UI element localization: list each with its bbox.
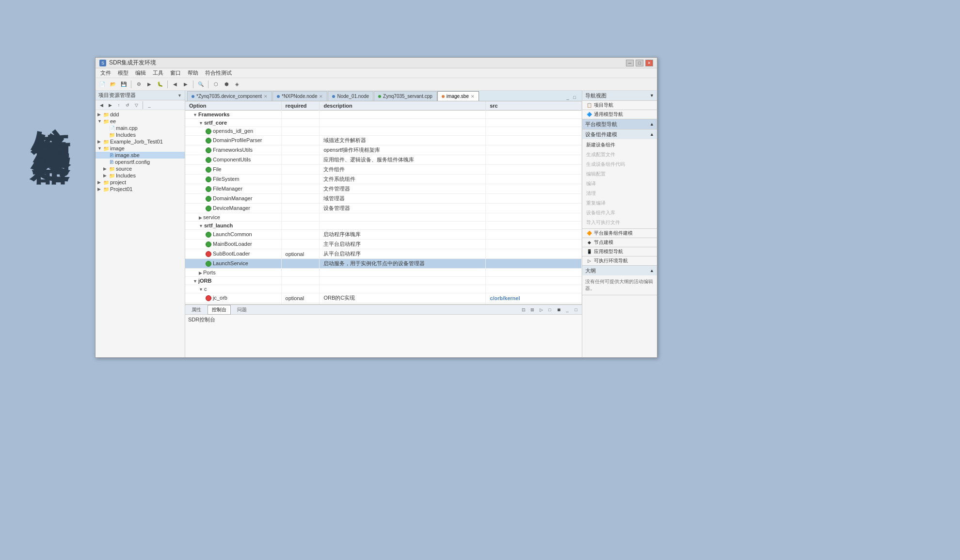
project-tb-fwd[interactable]: ▶	[106, 101, 114, 109]
tb-build[interactable]: ⚙	[134, 80, 144, 89]
platform-build-item[interactable]: 🔶 平台服务组件建模	[582, 229, 657, 238]
table-row[interactable]: DomainManager域管理器	[185, 194, 582, 204]
tb-search[interactable]: 🔍	[196, 80, 206, 89]
tb-extra1[interactable]: ⬡	[211, 80, 221, 89]
console-tb-2[interactable]: ⊞	[528, 306, 536, 314]
minimize-button[interactable]: ─	[626, 60, 634, 66]
tree-image-sbe[interactable]: 🖹 image.sbe	[96, 152, 185, 159]
tab-close-4[interactable]: ✕	[471, 94, 475, 99]
menu-model[interactable]: 模型	[115, 68, 131, 78]
console-tb-1[interactable]: ⊡	[520, 306, 528, 314]
table-row[interactable]: ▶service	[185, 213, 582, 222]
close-button[interactable]: ✕	[645, 60, 653, 66]
tab-zynq7035-servant[interactable]: Zynq7035_servant.cpp	[374, 91, 437, 101]
tree-project01[interactable]: ▶ 📁 Project01	[96, 186, 185, 192]
bottom-tab-problems[interactable]: 问题	[233, 305, 251, 315]
table-row[interactable]: ▼srtf_core	[185, 119, 582, 127]
tb-run[interactable]: ▶	[144, 80, 154, 89]
tb-open[interactable]: 📂	[108, 80, 118, 89]
tree-includes-ee[interactable]: 📁 Includes	[96, 131, 185, 138]
tab-nxpnode[interactable]: *NXPNode.node ✕	[272, 91, 327, 101]
device-build-header[interactable]: 设备组件建模 ▲	[582, 129, 657, 139]
table-row[interactable]: DeviceManager设备管理器	[185, 204, 582, 213]
table-row[interactable]: ▼Frameworks	[185, 111, 582, 119]
table-row[interactable]: ▶Ports	[185, 269, 582, 277]
btn-new-device[interactable]: 新建设备组件	[582, 140, 657, 150]
btn-compile[interactable]: 编译	[582, 179, 657, 189]
console-tb-min[interactable]: _	[563, 306, 571, 314]
table-row[interactable]: ▼c	[185, 285, 582, 293]
table-row[interactable]: LaunchCommon启动程序体魄库	[185, 230, 582, 240]
btn-gen-config[interactable]: 生成配置文件	[582, 150, 657, 160]
table-row[interactable]: FrameworksUtilsopensrtf操作环境框架库	[185, 145, 582, 155]
app-nav-item[interactable]: 📱 应用模型导航	[582, 247, 657, 256]
console-tb-3[interactable]: ▷	[537, 306, 545, 314]
project-tb-back[interactable]: ◀	[97, 101, 105, 109]
tb-fwd[interactable]: ▶	[181, 80, 191, 89]
tab-zynq7035-device[interactable]: *Zynq7035.device_component ✕	[187, 91, 272, 101]
outline-header[interactable]: 大纲 ▲	[582, 266, 657, 275]
platform-model-nav-header[interactable]: 平台模型导航 ▲	[582, 119, 657, 129]
project-tb-min[interactable]: _	[145, 101, 153, 109]
table-row[interactable]: File文件组件	[185, 165, 582, 175]
bottom-tab-console[interactable]: 控制台	[208, 305, 231, 315]
btn-device-lib[interactable]: 设备组件入库	[582, 208, 657, 218]
console-tb-4[interactable]: □	[546, 306, 554, 314]
menu-tools[interactable]: 工具	[150, 68, 166, 78]
btn-clean[interactable]: 清理	[582, 189, 657, 198]
tree-project[interactable]: ▶ 📁 project	[96, 179, 185, 186]
table-row[interactable]: ComponentUtils应用组件、逻辑设备、服务组件体魄库	[185, 155, 582, 165]
table-row[interactable]: MainBootLoader主平台启动程序	[185, 240, 582, 249]
nav-view-header[interactable]: 导航视图 ▼	[582, 91, 657, 100]
project-nav-item[interactable]: 📋 项目导航	[582, 101, 657, 110]
tb-extra3[interactable]: ◈	[232, 80, 242, 89]
tree-main-cpp[interactable]: 📄 main.cpp	[96, 125, 185, 131]
btn-import-exec[interactable]: 导入可执行文件	[582, 218, 657, 227]
general-model-nav-item[interactable]: 🔷 通用模型导航	[582, 110, 657, 119]
tab-image-sbe[interactable]: image.sbe ✕	[437, 91, 479, 101]
tab-close-1[interactable]: ✕	[319, 94, 323, 99]
table-row[interactable]: opensds_idl_gen	[185, 127, 582, 136]
tree-source[interactable]: ▶ 📁 source	[96, 165, 185, 172]
project-tb-refresh[interactable]: ↺	[124, 101, 131, 109]
table-row[interactable]: DomainProfileParser域描述文件解析器	[185, 136, 582, 145]
table-row[interactable]: ▼srtf_launch	[185, 222, 582, 230]
btn-edit-config[interactable]: 编辑配置	[582, 169, 657, 179]
tree-ddd[interactable]: ▶ 📁 ddd	[96, 111, 185, 118]
table-row[interactable]: LaunchService启动服务，用于实例化节点中的设备管理器	[185, 259, 582, 269]
menu-window[interactable]: 窗口	[167, 68, 184, 78]
table-row[interactable]: FileManager文件管理器	[185, 184, 582, 194]
table-row[interactable]: FileSystem文件系统组件	[185, 175, 582, 184]
tab-node01[interactable]: Node_01.node	[328, 91, 373, 101]
table-row[interactable]: jc_orboptionalORB的C实现c/orb/kernel	[185, 293, 582, 303]
btn-gen-code[interactable]: 生成设备组件代码	[582, 160, 657, 169]
tb-back[interactable]: ◀	[170, 80, 180, 89]
tree-example[interactable]: ▶ 📁 Example_Jorb_Test01	[96, 138, 185, 145]
menu-help[interactable]: 帮助	[185, 68, 201, 78]
bottom-tab-properties[interactable]: 属性	[187, 305, 206, 315]
tree-includes-image[interactable]: ▶ 📁 Includes	[96, 172, 185, 179]
project-tb-up[interactable]: ↑	[115, 101, 123, 109]
tab-close-0[interactable]: ✕	[264, 94, 268, 99]
menu-edit[interactable]: 编辑	[132, 68, 149, 78]
tb-new[interactable]: 📄	[97, 80, 107, 89]
project-tb-filter[interactable]: ▽	[132, 101, 140, 109]
node-build-item[interactable]: ◆ 节点建模	[582, 238, 657, 247]
console-tb-max[interactable]: □	[572, 306, 580, 314]
exec-nav-item[interactable]: ▷ 可执行环境导航	[582, 256, 657, 265]
table-row[interactable]: ▼jORB	[185, 277, 582, 285]
maximize-button[interactable]: □	[636, 60, 643, 66]
table-row[interactable]: SubBootLoaderoptional从平台启动程序	[185, 249, 582, 259]
tree-ee[interactable]: ▼ 📁 ee	[96, 118, 185, 125]
tree-image[interactable]: ▼ 📁 image	[96, 145, 185, 152]
btn-rebuild[interactable]: 重复编译	[582, 198, 657, 208]
tb-save[interactable]: 💾	[119, 80, 128, 89]
tab-min[interactable]: _	[564, 94, 571, 101]
tree-opensrtf-config[interactable]: 🖹 opensrtf.config	[96, 159, 185, 165]
tb-extra2[interactable]: ⬢	[222, 80, 231, 89]
tab-max[interactable]: □	[571, 94, 578, 101]
menu-file[interactable]: 文件	[97, 68, 114, 78]
console-tb-5[interactable]: ⏹	[555, 306, 562, 314]
tb-debug[interactable]: 🐛	[155, 80, 165, 89]
menu-compliance[interactable]: 符合性测试	[202, 68, 235, 78]
